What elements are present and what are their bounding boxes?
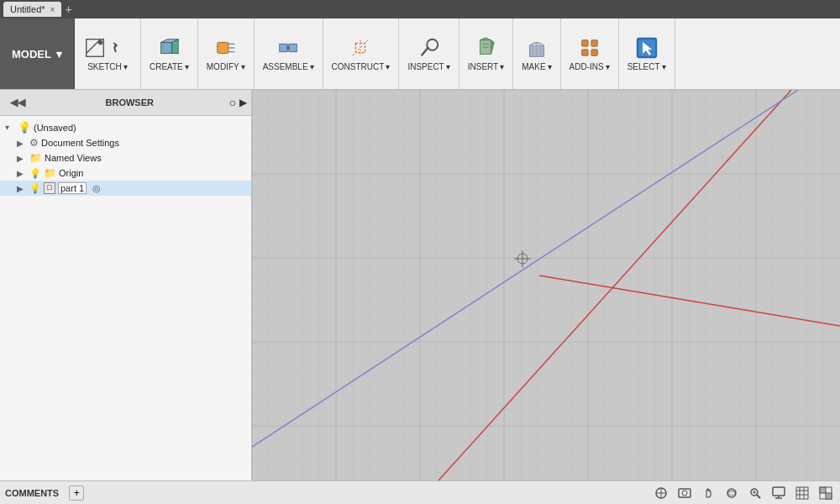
svg-rect-6: [217, 42, 228, 53]
browser-expand-icon[interactable]: ▶: [239, 97, 246, 108]
browser-tree: ▾ 💡 (Unsaved) ▶ ⚙ Document Settings ▶ 📁 …: [0, 116, 251, 199]
insert-menu[interactable]: INSERT ▾: [459, 18, 514, 89]
addins-icon: [578, 36, 601, 60]
create-label: CREATE: [150, 62, 183, 71]
expand-icon: ▶: [17, 184, 27, 193]
svg-rect-29: [581, 40, 587, 46]
svg-rect-52: [796, 487, 808, 499]
tree-item-root[interactable]: ▾ 💡 (Unsaved): [0, 119, 251, 135]
inspect-arrow: ▾: [446, 62, 450, 71]
sketch-label: SKETCH: [87, 62, 122, 71]
insert-icon: [474, 36, 497, 60]
toolbar: MODEL ▾ SKETCH ▾: [0, 18, 840, 90]
model-menu[interactable]: MODEL ▾: [0, 18, 75, 89]
comments-label: COMMENTS: [5, 488, 59, 498]
expand-icon: ▾: [5, 123, 15, 132]
sketch-menu[interactable]: SKETCH ▾: [75, 18, 141, 89]
modify-menu[interactable]: MODIFY ▾: [198, 18, 255, 89]
assemble-arrow: ▾: [310, 62, 314, 71]
insert-label: INSERT: [468, 62, 499, 71]
gear-icon: ⚙: [29, 137, 39, 149]
new-tab-btn[interactable]: +: [65, 3, 71, 16]
svg-rect-31: [581, 50, 587, 55]
addins-label: ADD-INS: [570, 62, 604, 71]
make-menu[interactable]: MAKE ▾: [513, 18, 560, 89]
create-menu[interactable]: CREATE ▾: [141, 18, 198, 89]
addins-arrow: ▾: [606, 62, 610, 71]
construct-menu[interactable]: CONSTRUCT ▾: [323, 18, 400, 89]
make-label: MAKE: [522, 62, 545, 71]
bulb-icon: 💡: [29, 183, 41, 194]
svg-rect-55: [826, 493, 832, 499]
root-label: (Unsaved): [34, 123, 76, 133]
folder-icon: 📁: [44, 167, 56, 179]
insert-arrow: ▾: [500, 62, 504, 71]
bulb-icon: 💡: [29, 168, 41, 179]
folder-icon: 📁: [29, 152, 42, 164]
inspect-menu[interactable]: INSPECT ▾: [399, 18, 459, 89]
inspect-label: INSPECT: [407, 62, 444, 71]
sketch-icon: [83, 36, 107, 60]
browser-panel: ◀◀ BROWSER ○ ▶ ▾ 💡 (Unsaved) ▶ ⚙ Documen…: [0, 90, 252, 480]
inspect-icon: [417, 36, 441, 60]
grid-toggle-icon[interactable]: [793, 484, 811, 502]
browser-collapse-btn[interactable]: ◀◀: [5, 93, 30, 112]
svg-rect-54: [820, 487, 826, 493]
document-tab[interactable]: Untitled* ×: [3, 2, 61, 17]
display-settings-icon[interactable]: [769, 484, 788, 502]
make-icon: [525, 36, 549, 60]
svg-marker-21: [480, 38, 491, 40]
zoom-icon[interactable]: [746, 484, 764, 502]
tree-item-origin[interactable]: ▶ 💡 📁 Origin: [0, 165, 251, 181]
browser-title: BROWSER: [106, 97, 154, 108]
comments-add-btn[interactable]: +: [69, 486, 84, 501]
tab-close-btn[interactable]: ×: [50, 5, 55, 14]
part-icon: □: [44, 182, 55, 194]
main-area: ◀◀ BROWSER ○ ▶ ▾ 💡 (Unsaved) ▶ ⚙ Documen…: [0, 90, 840, 480]
part1-eye-icon[interactable]: ◎: [92, 183, 101, 194]
modify-icon: [214, 36, 238, 60]
named-views-label: Named Views: [45, 153, 102, 163]
tree-item-named-views[interactable]: ▶ 📁 Named Views: [0, 150, 251, 165]
bottom-bar: COMMENTS +: [0, 480, 840, 504]
part1-label: part 1: [58, 182, 87, 194]
assemble-label: ASSEMBLE: [263, 62, 308, 71]
svg-point-39: [682, 491, 687, 496]
construct-label: CONSTRUCT: [332, 62, 385, 71]
svg-point-2: [98, 40, 103, 45]
pan-icon[interactable]: [699, 484, 717, 502]
modify-arrow: ▾: [241, 62, 245, 71]
svg-point-40: [727, 489, 736, 497]
construct-icon: [349, 36, 372, 60]
construct-arrow: ▾: [386, 62, 390, 71]
tree-item-part1[interactable]: ▶ 💡 □ part 1 ◎: [0, 181, 251, 196]
tab-label: Untitled*: [10, 4, 45, 14]
addins-menu[interactable]: ADD-INS ▾: [561, 18, 619, 89]
undo-icon: [108, 36, 132, 60]
svg-rect-45: [773, 487, 785, 496]
svg-rect-32: [591, 50, 596, 55]
select-menu[interactable]: SELECT ▾: [619, 18, 675, 89]
svg-rect-30: [591, 40, 596, 46]
tree-item-doc-settings[interactable]: ▶ ⚙ Document Settings: [0, 135, 251, 150]
orbit-icon[interactable]: [722, 484, 741, 502]
assemble-menu[interactable]: ASSEMBLE ▾: [255, 18, 323, 89]
model-arrow: ▾: [56, 48, 62, 60]
grid-canvas: [252, 90, 840, 480]
svg-rect-3: [161, 42, 172, 53]
create-icon: [157, 36, 181, 60]
canvas-area[interactable]: [252, 90, 840, 480]
layout-icon[interactable]: [816, 484, 835, 502]
modify-label: MODIFY: [207, 62, 239, 71]
expand-icon: ▶: [17, 169, 27, 178]
svg-line-42: [757, 495, 760, 498]
doc-settings-label: Document Settings: [41, 138, 119, 148]
browser-settings-icon[interactable]: ○: [229, 96, 236, 109]
camera-icon[interactable]: [675, 484, 694, 502]
model-label: MODEL: [12, 48, 51, 60]
origin-label: Origin: [59, 168, 83, 178]
origin-view-icon[interactable]: [652, 484, 670, 502]
create-arrow: ▾: [185, 62, 189, 71]
title-bar: Untitled* × +: [0, 0, 840, 18]
select-label: SELECT: [627, 62, 660, 71]
